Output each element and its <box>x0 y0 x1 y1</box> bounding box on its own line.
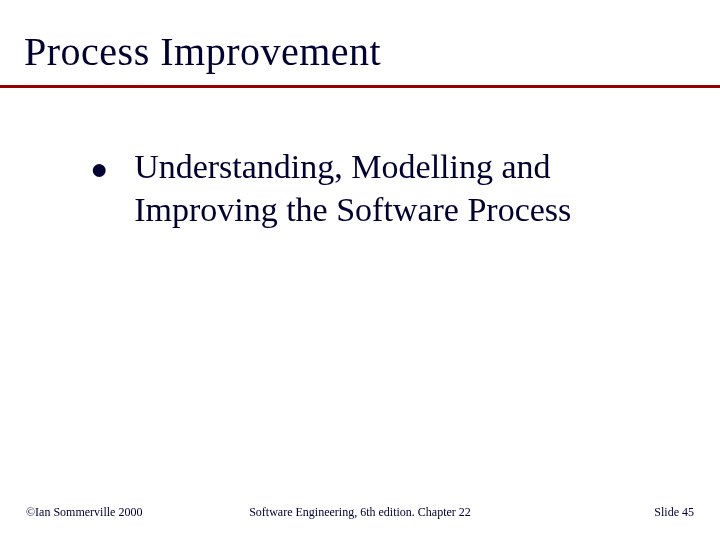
slide: Process Improvement ● Understanding, Mod… <box>0 0 720 540</box>
bullet-item: ● Understanding, Modelling and Improving… <box>90 146 660 231</box>
title-area: Process Improvement <box>0 0 720 75</box>
footer-right: Slide 45 <box>654 505 694 520</box>
footer: ©Ian Sommerville 2000 Software Engineeri… <box>0 505 720 520</box>
bullet-icon: ● <box>90 154 108 184</box>
bullet-text: Understanding, Modelling and Improving t… <box>134 146 660 231</box>
footer-center: Software Engineering, 6th edition. Chapt… <box>249 505 471 520</box>
footer-left: ©Ian Sommerville 2000 <box>26 505 142 520</box>
slide-title: Process Improvement <box>24 28 720 75</box>
content-area: ● Understanding, Modelling and Improving… <box>0 88 720 231</box>
